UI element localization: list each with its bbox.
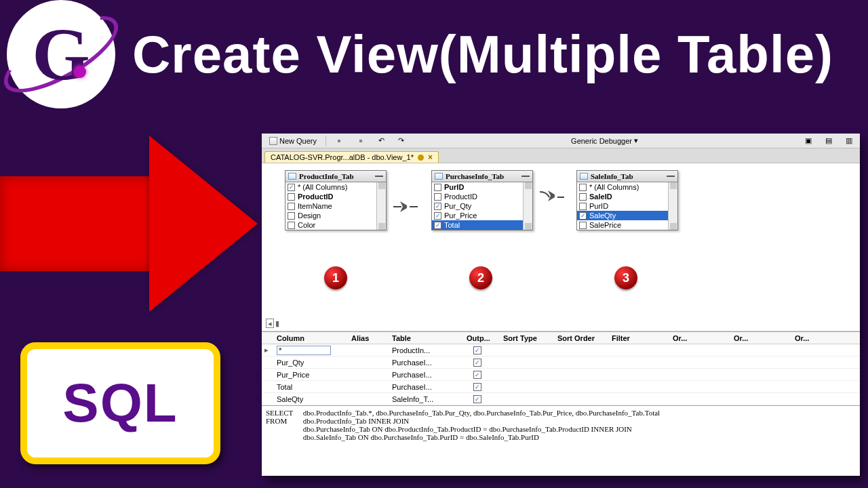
grid-row[interactable]: ▸*ProductIn...✓ [262, 344, 860, 357]
column-checkbox[interactable]: ✓ [579, 212, 587, 220]
minimize-icon[interactable] [667, 176, 675, 177]
debugger-dropdown[interactable]: Generic Debugger ▾ [566, 135, 643, 146]
badge-3: 3 [614, 266, 637, 289]
scrollbar[interactable] [668, 182, 677, 230]
column-row[interactable]: ✓Total [432, 220, 532, 230]
grid-cell-column-editing[interactable]: * [277, 346, 331, 355]
grid-cell-output[interactable]: ✓ [464, 394, 500, 403]
debugger-label: Generic Debugger [571, 137, 632, 145]
gear-icon [357, 137, 365, 145]
output-checkbox[interactable]: ✓ [473, 346, 481, 354]
sql-pane[interactable]: SELECT dbo.ProductInfo_Tab.*, dbo.Purcha… [262, 405, 860, 444]
column-name: PurID [589, 202, 608, 210]
grid-cell-column[interactable]: * [274, 346, 349, 355]
column-checkbox[interactable] [434, 184, 441, 191]
column-name: Pur_Qty [444, 202, 471, 210]
toolbar-btn-r1[interactable]: ▣ [800, 135, 816, 146]
grid-cell-column[interactable]: SaleQty [274, 395, 349, 403]
column-checkbox[interactable] [288, 193, 295, 201]
grid-row[interactable]: TotalPurchaseI...✓ [262, 381, 860, 393]
toolbar-btn-1[interactable] [330, 136, 348, 146]
column-checkbox[interactable] [288, 203, 295, 210]
big-arrow-graphic [0, 136, 264, 305]
grid-cell-table[interactable]: PurchaseI... [389, 383, 464, 391]
grid-row[interactable]: SaleQtySaleInfo_T...✓ [262, 393, 860, 405]
toolbar-btn-redo[interactable]: ↷ [393, 135, 409, 146]
join-link-1[interactable] [392, 199, 419, 215]
toolbar-btn-undo[interactable]: ↶ [374, 135, 389, 146]
column-row[interactable]: PurID [432, 182, 532, 192]
column-name: ProductID [444, 192, 477, 201]
criteria-grid[interactable]: Column Alias Table Outp... Sort Type Sor… [262, 331, 860, 405]
scrollbar[interactable] [523, 182, 532, 230]
column-checkbox[interactable]: ✓ [434, 222, 441, 229]
table-title[interactable]: PurchaseInfo_Tab [432, 171, 532, 182]
column-row[interactable]: ✓Pur_Qty [432, 201, 532, 211]
grid-cell-table[interactable]: PurchaseI... [389, 371, 464, 379]
column-row[interactable]: ProductID [285, 192, 386, 201]
toolbar-btn-r3[interactable]: ▥ [841, 135, 857, 146]
new-query-button[interactable]: New Query [264, 136, 321, 146]
grid-cell-output[interactable]: ✓ [464, 358, 500, 367]
close-icon[interactable]: × [428, 153, 433, 161]
table-box-saleinfo[interactable]: SaleInfo_Tab* (All Columns)SaleIDPurID✓S… [576, 170, 678, 230]
scrollbar[interactable] [376, 182, 386, 230]
column-checkbox[interactable]: ✓ [434, 203, 441, 210]
output-checkbox[interactable]: ✓ [473, 371, 481, 379]
column-checkbox[interactable] [579, 193, 587, 201]
grid-cell-table[interactable]: SaleInfo_T... [389, 395, 464, 403]
grid-cell-column[interactable]: Pur_Price [274, 371, 349, 379]
column-row[interactable]: ItemName [285, 201, 386, 211]
column-checkbox[interactable] [579, 184, 587, 191]
grid-row[interactable]: Pur_PricePurchaseI...✓ [262, 369, 860, 381]
page-title: Create View(Multiple Table) [132, 28, 833, 81]
grid-row[interactable]: Pur_QtyPurchaseI...✓ [262, 357, 860, 369]
grid-header-alias: Alias [349, 334, 389, 342]
join-link-2[interactable] [538, 188, 566, 204]
output-checkbox[interactable]: ✓ [473, 359, 481, 367]
column-row[interactable]: ✓SaleQty [577, 211, 677, 220]
pin-icon[interactable] [418, 155, 424, 161]
table-title-text: ProductInfo_Tab [299, 172, 354, 180]
minimize-icon[interactable] [375, 176, 383, 177]
column-checkbox[interactable] [579, 222, 587, 229]
grid-cell-output[interactable]: ✓ [464, 370, 500, 379]
table-title[interactable]: SaleInfo_Tab [577, 171, 677, 182]
grid-cell-column[interactable]: Pur_Qty [274, 359, 349, 367]
output-checkbox[interactable]: ✓ [473, 383, 481, 391]
toolbar-btn-2[interactable] [352, 136, 370, 146]
horizontal-scroll-indicator[interactable]: ◂▮ [266, 319, 279, 328]
column-checkbox[interactable] [579, 203, 587, 210]
badge-1: 1 [324, 266, 347, 289]
column-checkbox[interactable] [288, 212, 295, 220]
column-row[interactable]: ProductID [432, 192, 532, 201]
table-box-purchaseinfo[interactable]: PurchaseInfo_TabPurIDProductID✓Pur_Qty✓P… [431, 170, 533, 230]
column-checkbox[interactable] [434, 193, 441, 201]
grid-cell-output[interactable]: ✓ [464, 382, 500, 391]
toolbar-btn-r2[interactable]: ▤ [821, 135, 837, 146]
active-document-tab[interactable]: CATALOG-SVR.Progr...alDB - dbo.View_1* × [264, 151, 439, 163]
grid-cell-column[interactable]: Total [274, 383, 349, 391]
grid-cell-table[interactable]: ProductIn... [389, 346, 464, 354]
column-row[interactable]: SaleID [577, 192, 677, 201]
column-checkbox[interactable]: ✓ [434, 212, 441, 220]
column-checkbox[interactable]: ✓ [288, 184, 295, 191]
column-name: Color [298, 221, 315, 229]
column-row[interactable]: ✓Pur_Price [432, 211, 532, 220]
column-row[interactable]: PurID [577, 201, 677, 211]
table-box-productinfo[interactable]: ProductInfo_Tab✓* (All Columns)ProductID… [285, 170, 387, 230]
column-row[interactable]: ✓* (All Columns) [285, 182, 386, 192]
table-title[interactable]: ProductInfo_Tab [285, 171, 386, 182]
column-checkbox[interactable] [288, 222, 295, 229]
minimize-icon[interactable] [521, 176, 530, 177]
output-checkbox[interactable]: ✓ [473, 395, 481, 403]
column-row[interactable]: * (All Columns) [577, 182, 677, 192]
grid-cell-table[interactable]: PurchaseI... [389, 359, 464, 367]
new-query-label: New Query [279, 137, 317, 145]
column-row[interactable]: SalePrice [577, 220, 677, 230]
column-row[interactable]: Design [285, 211, 386, 220]
column-row[interactable]: Color [285, 220, 386, 230]
grid-cell-output[interactable]: ✓ [464, 346, 500, 354]
view-designer-surface[interactable]: ProductInfo_Tab✓* (All Columns)ProductID… [262, 163, 860, 331]
grid-header-sorttype: Sort Type [500, 334, 555, 342]
